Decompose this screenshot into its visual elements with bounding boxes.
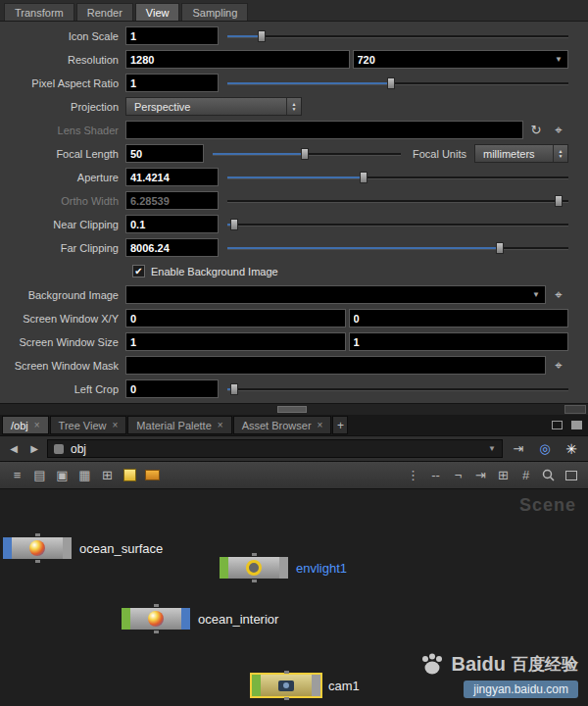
close-icon[interactable]: × <box>113 420 119 430</box>
parameter-scrollbar[interactable] <box>0 403 588 415</box>
aperture-slider[interactable] <box>227 170 568 185</box>
network-box-icon[interactable] <box>141 466 164 485</box>
pin-pane-icon[interactable]: ⇥ <box>508 441 529 456</box>
slider-handle[interactable] <box>496 242 504 254</box>
pane-tab-tree-view[interactable]: Tree View × <box>50 416 127 434</box>
node-label[interactable]: ocean_surface <box>79 541 163 556</box>
background-image-menu-icon[interactable]: ▼ <box>527 290 545 299</box>
align-nodes-icon[interactable]: ⊞ <box>492 466 514 485</box>
tab-render[interactable]: Render <box>76 3 133 21</box>
near-clipping-slider[interactable] <box>227 217 568 232</box>
close-icon[interactable]: × <box>218 420 223 430</box>
display-flag[interactable] <box>220 557 228 579</box>
slider-handle[interactable] <box>387 77 395 89</box>
left-crop-input[interactable] <box>125 379 219 398</box>
aperture-input[interactable] <box>125 168 219 186</box>
slider-handle[interactable] <box>301 148 309 160</box>
resolution-x-input[interactable] <box>125 50 350 69</box>
lens-shader-input[interactable] <box>126 122 522 138</box>
display-options-icon[interactable]: ✳ <box>561 441 582 457</box>
pane-tab-obj[interactable]: /obj × <box>2 416 49 434</box>
network-path-field[interactable]: obj ▼ <box>47 439 503 458</box>
pane-layout-icon[interactable] <box>552 421 563 429</box>
background-image-file-chooser-icon[interactable]: ⌖ <box>549 286 568 304</box>
screen-window-mask-input[interactable] <box>126 357 545 374</box>
tab-view[interactable]: View <box>135 3 180 21</box>
render-flag[interactable] <box>181 608 190 630</box>
node-label[interactable]: cam1 <box>328 679 360 693</box>
pane-tab-material-palette[interactable]: Material Palette × <box>127 416 231 434</box>
forward-icon[interactable]: ▶ <box>26 443 42 454</box>
radial-menu-icon[interactable]: ◎ <box>534 441 556 456</box>
elbow-links-icon[interactable]: ¬ <box>447 466 469 485</box>
focal-length-slider[interactable] <box>213 146 401 162</box>
node-label[interactable]: ocean_interior <box>198 612 278 627</box>
show-grid-icon[interactable]: # <box>514 466 537 485</box>
node-body[interactable] <box>130 608 181 630</box>
screen-window-size-x-input[interactable] <box>125 332 346 351</box>
input-connector[interactable] <box>35 533 40 536</box>
frame-all-icon[interactable] <box>560 466 582 485</box>
icon-scale-slider[interactable] <box>227 28 568 44</box>
focal-units-dropdown[interactable]: millimeters ▲▼ <box>474 144 568 163</box>
node-body[interactable] <box>261 675 312 696</box>
checker-view-icon[interactable]: ▦ <box>74 466 96 485</box>
input-connector[interactable] <box>252 553 257 556</box>
node-list-icon[interactable]: ≡ <box>6 466 28 485</box>
node-body[interactable] <box>12 537 63 559</box>
output-connector[interactable] <box>35 560 40 563</box>
lens-shader-reset-icon[interactable]: ↻ <box>526 122 546 139</box>
pixel-aspect-input[interactable] <box>125 74 219 92</box>
screen-window-y-input[interactable] <box>349 309 569 328</box>
maximize-pane-icon[interactable] <box>571 421 582 429</box>
node-cam1[interactable]: cam1 <box>252 675 320 696</box>
node-ocean-interior[interactable]: ocean_interior <box>122 608 190 630</box>
zoom-icon[interactable] <box>537 466 560 485</box>
close-icon[interactable]: × <box>318 420 323 430</box>
organize-nodes-icon[interactable]: ⋮ <box>402 466 424 485</box>
thumbnails-icon[interactable]: ▤ <box>28 466 51 485</box>
slider-handle[interactable] <box>230 383 238 395</box>
slider-handle[interactable] <box>230 219 238 230</box>
node-label[interactable]: envlight1 <box>296 561 347 576</box>
background-image-input[interactable] <box>126 286 527 303</box>
pane-resize-handle[interactable] <box>564 405 586 414</box>
snap-nodes-icon[interactable]: ⇥ <box>469 466 492 485</box>
scrollbar-handle[interactable] <box>277 406 307 413</box>
ortho-width-input[interactable] <box>125 191 219 210</box>
far-clipping-input[interactable] <box>125 238 219 257</box>
icon-scale-input[interactable] <box>125 26 219 45</box>
pane-tab-asset-browser[interactable]: Asset Browser × <box>233 416 332 434</box>
node-ocean-surface[interactable]: ocean_surface <box>3 537 72 559</box>
tab-sampling[interactable]: Sampling <box>181 3 248 21</box>
display-flag[interactable] <box>252 675 261 696</box>
resolution-y-input[interactable] <box>354 51 551 68</box>
output-connector[interactable] <box>284 697 289 700</box>
screen-window-mask-op-chooser-icon[interactable]: ⌖ <box>549 357 568 375</box>
subwindow-icon[interactable]: ⊞ <box>96 466 119 485</box>
slider-handle[interactable] <box>360 172 368 183</box>
ortho-width-slider[interactable] <box>227 193 568 209</box>
lens-shader-op-chooser-icon[interactable]: ⌖ <box>549 122 568 139</box>
left-crop-slider[interactable] <box>227 381 568 397</box>
render-flag[interactable] <box>63 537 72 559</box>
node-envlight1[interactable]: envlight1 <box>220 557 288 579</box>
input-connector[interactable] <box>154 604 159 607</box>
back-icon[interactable]: ◀ <box>6 443 22 454</box>
dashed-links-icon[interactable]: -- <box>424 466 447 485</box>
close-icon[interactable]: × <box>34 420 40 430</box>
slider-handle[interactable] <box>258 30 266 42</box>
far-clipping-slider[interactable] <box>227 240 568 256</box>
output-connector[interactable] <box>252 580 257 582</box>
projection-dropdown[interactable]: Perspective ▲▼ <box>125 97 302 116</box>
display-flag[interactable] <box>122 608 130 630</box>
focal-length-input[interactable] <box>125 144 204 163</box>
near-clipping-input[interactable] <box>125 215 219 233</box>
panel-view-icon[interactable]: ▣ <box>51 466 74 485</box>
pixel-aspect-slider[interactable] <box>227 76 568 91</box>
output-connector[interactable] <box>154 630 159 633</box>
add-tab-button[interactable]: + <box>332 416 348 434</box>
path-history-icon[interactable]: ▼ <box>488 444 496 453</box>
slider-handle[interactable] <box>555 195 563 207</box>
network-view[interactable]: Scene ocean_surface envlight1 <box>0 489 588 706</box>
